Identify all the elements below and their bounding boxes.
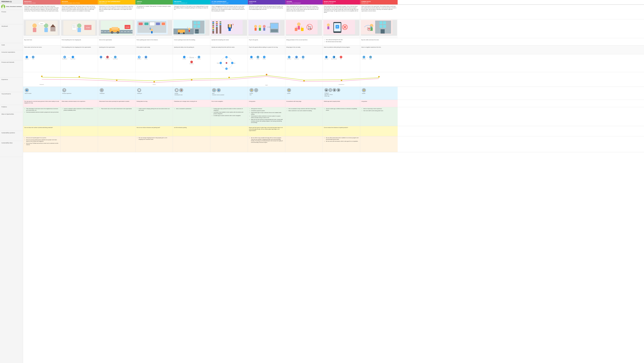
process-cell-arrival: The parking lot is crowded. Olivia spend… bbox=[136, 5, 173, 19]
svg-text:👤: 👤 bbox=[226, 63, 227, 64]
storyboard-arrival bbox=[136, 19, 173, 38]
personas-label: PERSONAS (1) bbox=[0, 0, 23, 4]
pc-atsuper: Store Cashier Staff Shelves 👤 bbox=[210, 54, 248, 72]
svg-rect-124 bbox=[381, 29, 385, 34]
svg-rect-82 bbox=[228, 24, 228, 28]
si-leaving bbox=[285, 136, 323, 152]
pc-decision: 📋 Shopping list → 👤 Supermarket bbox=[60, 54, 98, 72]
svg-text:😠: 😠 bbox=[153, 81, 155, 83]
svg-rect-64 bbox=[189, 30, 190, 32]
sq-atsuper bbox=[210, 126, 248, 136]
sidebar-rows: Process Storyboard Goals Consumer expect… bbox=[0, 10, 23, 157]
problem-purchase: A long queue. bbox=[248, 100, 285, 107]
goal-leaving: Bring purchases to the car and load them… bbox=[285, 38, 323, 45]
sidebar-problems: Problems bbox=[0, 105, 23, 112]
phase-atsuper: AT THE SUPERMARKET FINDING FOOD AND OTHE… bbox=[210, 0, 248, 4]
svg-text:Store?: Store? bbox=[40, 23, 43, 24]
problem-coming: Long queue. bbox=[360, 100, 398, 107]
svg-text:Cashier: Cashier bbox=[233, 63, 236, 64]
svg-rect-71 bbox=[212, 28, 214, 29]
svg-rect-70 bbox=[212, 26, 214, 27]
svg-rect-120 bbox=[380, 21, 382, 24]
goal-bonus: Get a discount during the next visit. Be… bbox=[323, 38, 360, 45]
sustain-i-row: We can use recycled paper for our promo.… bbox=[23, 136, 644, 152]
svg-point-30 bbox=[112, 32, 113, 33]
sq-purchase: Buyers get their goods in paper bags, an… bbox=[248, 126, 285, 136]
svg-point-1 bbox=[2, 5, 4, 7]
svg-text:😟: 😟 bbox=[303, 80, 305, 82]
sidebar-sustain-i: Sustainability ideas bbox=[0, 141, 23, 157]
storyboard-coming bbox=[360, 19, 398, 38]
process-channels-row: 👤 Neighbors → 🏠 Olivia bbox=[23, 54, 644, 72]
process-cell-atsuper: Olivia is zigzagging around the store be… bbox=[210, 5, 248, 19]
sidebar-touchpoints: TOUCHPOINTS bbox=[0, 92, 23, 105]
svg-rect-74 bbox=[216, 22, 218, 23]
goal-decision: Find everything from her shopping list. bbox=[60, 38, 98, 45]
phase-research: RESEARCH A PLACE TO BUY FOOD bbox=[23, 0, 60, 4]
svg-point-33 bbox=[114, 27, 116, 29]
sq-bonus: Can we reduce the emissions of spoiled p… bbox=[323, 126, 360, 136]
svg-rect-14 bbox=[78, 28, 81, 32]
idea-purchase: Self-payment checkout. Contactless payme… bbox=[248, 107, 285, 126]
svg-point-61 bbox=[178, 32, 180, 34]
idea-leaving: Hire an assistant to help customers with… bbox=[285, 107, 323, 126]
pc-research: 👤 Neighbors → 🏠 Olivia bbox=[23, 54, 60, 72]
goal-getting: Drive to the supermarket. bbox=[98, 38, 136, 45]
svg-rect-56 bbox=[197, 25, 200, 28]
svg-text:Research: Research bbox=[40, 84, 44, 85]
process-cell-preentry: Olivia gets out of the car. She needs to… bbox=[173, 5, 210, 19]
sidebar-goals: Goals bbox=[0, 43, 23, 50]
svg-rect-88 bbox=[271, 29, 278, 32]
consumer-leaving: Bring bags to the car easily. bbox=[285, 46, 323, 54]
svg-rect-66 bbox=[211, 20, 242, 34]
process-cell-purchase: Olivia joins an endless queue where she … bbox=[248, 5, 285, 19]
svg-rect-81 bbox=[228, 27, 231, 31]
storyboard-row: Store? bbox=[23, 19, 644, 38]
si-decision bbox=[60, 136, 98, 152]
svg-rect-46 bbox=[162, 22, 165, 25]
svg-text:anger: anger bbox=[265, 84, 268, 86]
process-cell-research: Olivia's fridge is empty, and she's hung… bbox=[23, 5, 60, 19]
svg-rect-122 bbox=[380, 25, 382, 28]
svg-rect-50 bbox=[150, 28, 151, 29]
phase-leaving: LEAVING LEAVING THE SUPERMARKET bbox=[285, 0, 323, 4]
goal-atsuper: Quickly find everything she needs. bbox=[210, 38, 248, 45]
idea-arrival: Install a board to display parking info … bbox=[136, 107, 173, 126]
svg-rect-79 bbox=[220, 24, 221, 25]
svg-rect-102 bbox=[301, 28, 304, 31]
pc-getting: 🚗 Car → 👤 Pedestrian → 🏪 Supermarket bbox=[98, 54, 136, 72]
svg-text:😐: 😐 bbox=[78, 76, 80, 78]
touchpoint-getting: 🚶 Pedestrian bbox=[98, 87, 136, 100]
phase-decision: DECISION CHOOSING BETWEEN TWO OPTIONS bbox=[60, 0, 98, 4]
svg-text:😟: 😟 bbox=[340, 79, 342, 81]
si-arrival: We can arrange shopping buses to help pe… bbox=[136, 136, 173, 152]
sq-arrival: How can we reduce emissions and parking … bbox=[136, 126, 173, 136]
sq-getting bbox=[98, 126, 136, 136]
pc-bonus: 📱 App Store → 📲 App Download → ✗ Error bbox=[323, 54, 360, 72]
consumer-preentry: Quickly and safely cross the parking lot… bbox=[173, 46, 210, 54]
svg-rect-53 bbox=[194, 21, 196, 24]
svg-point-89 bbox=[254, 25, 257, 28]
svg-text:✓: ✓ bbox=[72, 26, 73, 26]
svg-text:!: ! bbox=[187, 27, 188, 29]
svg-text:Arrival: Arrival bbox=[153, 84, 156, 85]
si-coming bbox=[360, 136, 398, 152]
storyboard-leaving bbox=[285, 19, 323, 38]
svg-point-2 bbox=[2, 7, 4, 9]
sustain-q-row: Can we reduce the number of printed adve… bbox=[23, 126, 644, 136]
touchpoint-decision: 💭 Previous experience bbox=[60, 87, 98, 100]
svg-rect-75 bbox=[216, 24, 218, 25]
sq-preentry: can We emissions parking bbox=[173, 126, 210, 136]
svg-text:😐: 😐 bbox=[41, 75, 43, 77]
idea-preentry: Add a crosswalk for pedestrians. bbox=[173, 107, 210, 126]
storyboard-img-leaving bbox=[286, 20, 322, 36]
svg-point-62 bbox=[183, 32, 185, 34]
phase-purchase: PURCHASE PAYING bbox=[248, 0, 285, 4]
si-bonus: We can offer special discounts in additi… bbox=[323, 136, 360, 152]
svg-rect-72 bbox=[212, 30, 214, 31]
svg-rect-76 bbox=[216, 26, 218, 27]
svg-point-47 bbox=[151, 29, 153, 31]
process-cells: Olivia's fridge is empty, and she's hung… bbox=[23, 5, 398, 19]
idea-decision: Launch a website to allow customers to c… bbox=[60, 107, 98, 126]
phase-headers: RESEARCH A PLACE TO BUY FOOD DECISION CH… bbox=[23, 0, 644, 5]
